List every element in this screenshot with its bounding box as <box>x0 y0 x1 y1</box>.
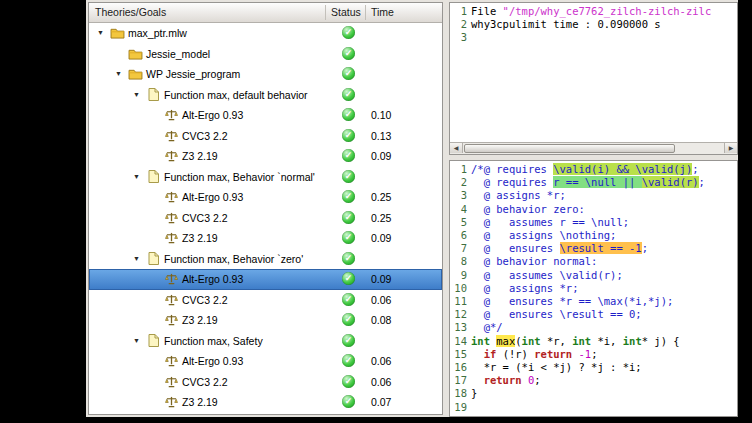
tree-row[interactable]: ▼Function max, Behavior `normal'✓ <box>89 167 442 188</box>
indent-spacer <box>89 320 147 321</box>
prover-icon <box>162 211 180 225</box>
tree-row[interactable]: Z3 2.19✓0.09 <box>89 228 442 249</box>
scroll-right-icon[interactable]: ▶ <box>724 143 737 153</box>
tree-row[interactable]: ▼Function max, default behavior✓ <box>89 85 442 106</box>
time-value: 0.08 <box>371 314 391 326</box>
line-number: 9 <box>450 269 471 282</box>
prover-icon <box>162 129 180 143</box>
line-number: 3 <box>450 189 471 202</box>
status-ok-icon: ✓ <box>342 375 355 388</box>
goals-tree-panel: Theories/Goals Status Time ▼max_ptr.mlw✓… <box>88 2 443 415</box>
tree-row[interactable]: ▼WP Jessie_program✓ <box>89 64 442 85</box>
indent-spacer <box>89 402 147 403</box>
folder-icon <box>126 67 144 81</box>
row-label: Function max, default behavior <box>164 89 308 101</box>
tree-row[interactable]: Jessie_model✓ <box>89 44 442 65</box>
line-number: 14 <box>450 335 471 348</box>
line-number: 18 <box>450 387 471 400</box>
code-text: why3cpulimit time : 0.090000 s <box>471 18 661 31</box>
column-status[interactable]: Status <box>331 6 361 18</box>
row-label: CVC3 2.2 <box>182 212 228 224</box>
time-value: 0.09 <box>371 150 391 162</box>
code-text: @ assigns \nothing; <box>471 229 616 242</box>
column-time[interactable]: Time <box>371 6 394 18</box>
time-value: 0.13 <box>371 130 391 142</box>
tree-row[interactable]: ▼Function max, Behavior `zero'✓ <box>89 249 442 270</box>
column-theories-goals[interactable]: Theories/Goals <box>95 6 166 18</box>
prover-icon <box>162 108 180 122</box>
indent-spacer <box>89 340 129 341</box>
tree-row[interactable]: Alt-Ergo 0.93✓0.09 <box>89 269 442 290</box>
code-text: @ assumes \valid(r); <box>471 269 623 282</box>
folder-icon <box>126 47 144 61</box>
scroll-left-icon[interactable]: ◀ <box>450 143 463 153</box>
vertical-splitter[interactable] <box>441 2 449 415</box>
code-line: 18} <box>450 387 737 400</box>
tree-row[interactable]: CVC3 2.2✓0.06 <box>89 290 442 311</box>
tree-column-header[interactable]: Theories/Goals Status Time <box>89 3 442 23</box>
line-number: 16 <box>450 361 471 374</box>
code-line: 14int max(int *r, int *i, int* j) { <box>450 335 737 348</box>
code-text: @ behavior normal: <box>471 255 597 268</box>
code-line: 5 @ assumes r == \null; <box>450 216 737 229</box>
indent-spacer <box>89 135 147 136</box>
tree-row[interactable]: ▼max_ptr.mlw✓ <box>89 23 442 44</box>
row-label: Z3 2.19 <box>182 396 218 408</box>
time-value: 0.10 <box>371 109 391 121</box>
line-number: 4 <box>450 203 471 216</box>
code-text: @*/ <box>471 321 503 334</box>
row-label: max_ptr.mlw <box>128 27 187 39</box>
line-number: 2 <box>450 18 471 31</box>
tree-row[interactable]: Z3 2.19✓0.09 <box>89 146 442 167</box>
line-number: 19 <box>450 401 471 414</box>
prover-icon <box>162 313 180 327</box>
code-text: @ ensures *r == \max(*i,*j); <box>471 295 673 308</box>
line-number: 1 <box>450 5 471 18</box>
status-ok-icon: ✓ <box>342 231 355 244</box>
code-line: 12 @ ensures \result == 0; <box>450 308 737 321</box>
row-label: Function max, Safety <box>164 335 263 347</box>
status-ok-icon: ✓ <box>342 272 355 285</box>
code-line: 19 <box>450 401 737 414</box>
tree-row[interactable]: Alt-Ergo 0.93✓0.10 <box>89 105 442 126</box>
expander-down-icon[interactable]: ▼ <box>129 85 144 105</box>
tree-row[interactable]: Z3 2.19✓0.08 <box>89 310 442 331</box>
tree-row[interactable]: Alt-Ergo 0.93✓0.25 <box>89 187 442 208</box>
code-text: @ assumes r == \null; <box>471 216 629 229</box>
horizontal-splitter[interactable] <box>449 153 736 160</box>
column-separator[interactable] <box>365 5 366 20</box>
expander-down-icon[interactable]: ▼ <box>129 331 144 351</box>
status-ok-icon: ✓ <box>342 47 355 60</box>
indent-spacer <box>89 94 129 95</box>
expander-down-icon[interactable]: ▼ <box>129 249 144 269</box>
scrollbar-thumb[interactable] <box>464 144 675 153</box>
row-label: Alt-Ergo 0.93 <box>182 109 243 121</box>
tree-row[interactable]: CVC3 2.2✓0.06 <box>89 372 442 393</box>
column-separator[interactable] <box>325 5 326 20</box>
tree-row[interactable]: CVC3 2.2✓0.13 <box>89 126 442 147</box>
code-line: 2 @ requires r == \null || \valid(r); <box>450 176 737 189</box>
row-label: Jessie_model <box>146 48 210 60</box>
prover-icon <box>162 149 180 163</box>
tree-row[interactable]: Z3 2.19✓0.07 <box>89 392 442 413</box>
expander-down-icon[interactable]: ▼ <box>93 23 108 43</box>
line-number: 6 <box>450 229 471 242</box>
line-number: 17 <box>450 374 471 387</box>
line-number: 1 <box>450 163 471 176</box>
expander-down-icon[interactable]: ▼ <box>111 64 126 84</box>
indent-spacer <box>89 299 147 300</box>
folder-icon <box>108 26 126 40</box>
tree-row[interactable]: Alt-Ergo 0.93✓0.06 <box>89 351 442 372</box>
code-line: 3 @ assigns *r; <box>450 189 737 202</box>
indent-spacer <box>89 197 147 198</box>
status-ok-icon: ✓ <box>342 170 355 183</box>
code-line: 11 @ ensures *r == \max(*i,*j); <box>450 295 737 308</box>
tree-row[interactable]: CVC3 2.2✓0.25 <box>89 208 442 229</box>
code-text: if (!r) return -1; <box>471 348 598 361</box>
indent-spacer <box>89 115 147 116</box>
tree-row[interactable]: ▼Function max, Safety✓ <box>89 331 442 352</box>
row-label: CVC3 2.2 <box>182 130 228 142</box>
row-label: Function max, Behavior `zero' <box>164 253 303 265</box>
row-label: Function max, Behavior `normal' <box>164 171 315 183</box>
expander-down-icon[interactable]: ▼ <box>129 167 144 187</box>
